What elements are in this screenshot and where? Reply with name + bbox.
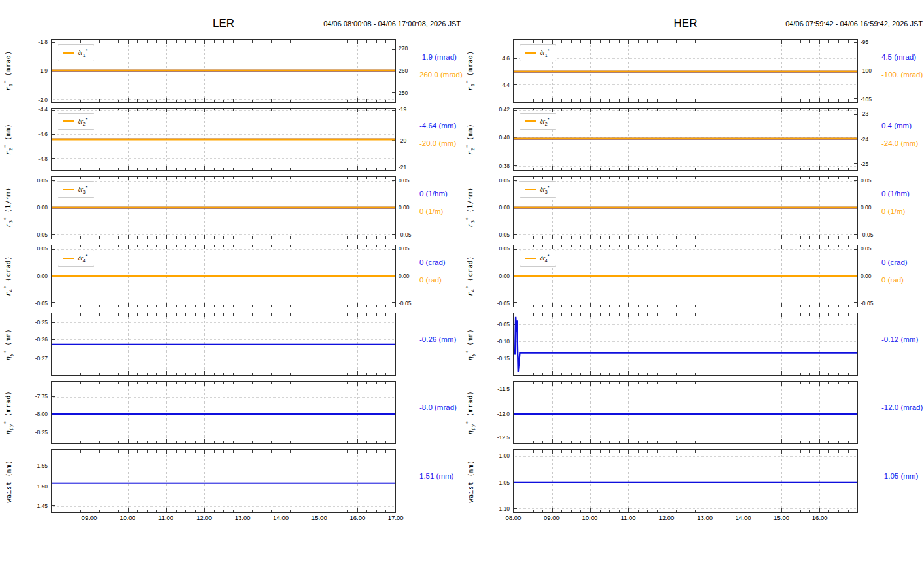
x-minor-tick — [195, 450, 196, 453]
x-minor-tick — [580, 236, 581, 239]
x-minor-tick — [376, 441, 377, 444]
x-minor-tick — [609, 99, 610, 102]
x-minor-tick — [329, 168, 329, 171]
x-minor-tick — [300, 373, 300, 375]
x-minor-tick — [338, 441, 338, 444]
value-readout-blue: 0 (crad) — [881, 258, 908, 266]
x-major-tick — [166, 303, 167, 307]
x-major-tick — [514, 439, 514, 443]
x-major-tick — [90, 313, 90, 317]
x-major-tick — [204, 166, 205, 170]
x-minor-tick — [80, 236, 81, 239]
x-minor-tick — [156, 373, 157, 375]
value-readout-blue: -4.64 (mm) — [419, 122, 456, 129]
x-minor-tick — [838, 245, 839, 248]
ler-panel-r4: r4* (crad)0.050.00-0.05∂r4*0.050.00-0.05… — [0, 245, 462, 308]
x-minor-tick — [657, 245, 658, 248]
x-minor-tick — [271, 510, 272, 513]
y-gridline — [514, 58, 857, 59]
x-major-tick — [204, 382, 205, 386]
x-minor-tick — [791, 450, 791, 453]
x-minor-tick — [791, 305, 791, 307]
x-minor-tick — [223, 236, 224, 239]
x-minor-tick — [533, 177, 534, 179]
x-minor-tick — [338, 373, 338, 375]
x-minor-tick — [619, 245, 620, 248]
x-minor-tick — [609, 305, 610, 307]
x-minor-tick — [657, 305, 658, 307]
x-minor-tick — [791, 245, 791, 248]
x-minor-tick — [619, 177, 620, 179]
x-minor-tick — [809, 305, 810, 307]
x-minor-tick — [571, 450, 572, 453]
y-tick-label: -0.05 — [35, 300, 48, 307]
x-minor-tick — [329, 305, 329, 307]
x-minor-tick — [329, 245, 329, 248]
y-gridline — [52, 181, 395, 182]
x-minor-tick — [176, 245, 177, 248]
x-major-tick — [819, 235, 820, 239]
legend-label: ∂r3* — [78, 185, 88, 194]
x-minor-tick — [109, 510, 109, 513]
x-minor-tick — [809, 510, 810, 513]
plot-area — [513, 449, 858, 513]
x-minor-tick — [347, 313, 348, 316]
x-minor-tick — [300, 245, 300, 248]
x-minor-tick — [676, 441, 677, 444]
x-minor-tick — [233, 510, 234, 513]
value-readout-blue: 4.5 (mrad) — [881, 53, 916, 61]
x-minor-tick — [176, 510, 177, 513]
y-label-unit: (crad) — [467, 256, 474, 281]
x-minor-tick — [561, 99, 562, 102]
x-minor-tick — [533, 441, 534, 444]
value-readouts: -1.9 (mrad)260.0 (mrad) — [416, 39, 462, 103]
x-minor-tick — [99, 168, 100, 171]
y-label-base: r — [5, 224, 12, 228]
x-minor-tick — [62, 236, 62, 239]
y-tick-label: -0.05 — [497, 231, 510, 238]
left-tick-labels: -1.8-1.9-2.0 — [17, 39, 51, 103]
x-minor-tick — [385, 177, 386, 179]
x-minor-tick — [715, 510, 715, 513]
y-tick-label: 1.50 — [37, 483, 48, 490]
y-axis-label: r2* (mm) — [3, 124, 13, 156]
x-minor-tick — [638, 40, 639, 43]
x-minor-tick — [214, 177, 215, 179]
x-minor-tick — [762, 177, 762, 179]
x-minor-tick — [233, 168, 234, 171]
x-minor-tick — [109, 450, 109, 453]
y-tick-left — [52, 396, 55, 397]
x-minor-tick — [233, 313, 234, 316]
x-minor-tick — [137, 305, 138, 307]
x-minor-tick — [195, 305, 196, 307]
right-tick-labels — [396, 381, 416, 445]
x-minor-tick — [772, 382, 772, 385]
plot-area: ∂r4* — [513, 245, 858, 308]
y-label-superscript: * — [3, 421, 9, 424]
x-minor-tick — [62, 373, 62, 375]
x-minor-tick — [838, 510, 839, 513]
y-gridline — [514, 249, 857, 250]
y-gridline — [514, 181, 857, 182]
left-tick-labels: 4.64.4 — [479, 39, 513, 103]
y-label-subscript: 4 — [9, 289, 14, 292]
x-minor-tick — [676, 177, 677, 179]
legend-label-base: ∂r — [540, 118, 545, 125]
right-y-tick-label: 0.00 — [399, 204, 410, 211]
x-major-tick — [166, 382, 167, 386]
y-gridline — [514, 234, 857, 235]
x-minor-tick — [329, 510, 329, 513]
y-gridline — [514, 456, 857, 457]
y-tick-label: -7.75 — [35, 393, 48, 400]
value-readouts: 4.5 (mrad)-100. (mrad) — [878, 39, 924, 103]
x-minor-tick — [109, 382, 109, 385]
y-tick-left — [52, 249, 55, 250]
x-minor-tick — [176, 441, 177, 444]
x-minor-tick — [686, 245, 686, 248]
ler-panel-r1: r1* (mrad)-1.8-1.9-2.0∂r1*270260250-1.9 … — [0, 39, 462, 103]
x-minor-tick — [791, 510, 791, 513]
x-minor-tick — [109, 168, 109, 171]
x-minor-tick — [600, 168, 601, 171]
x-minor-tick — [647, 40, 648, 43]
x-minor-tick — [695, 245, 696, 248]
